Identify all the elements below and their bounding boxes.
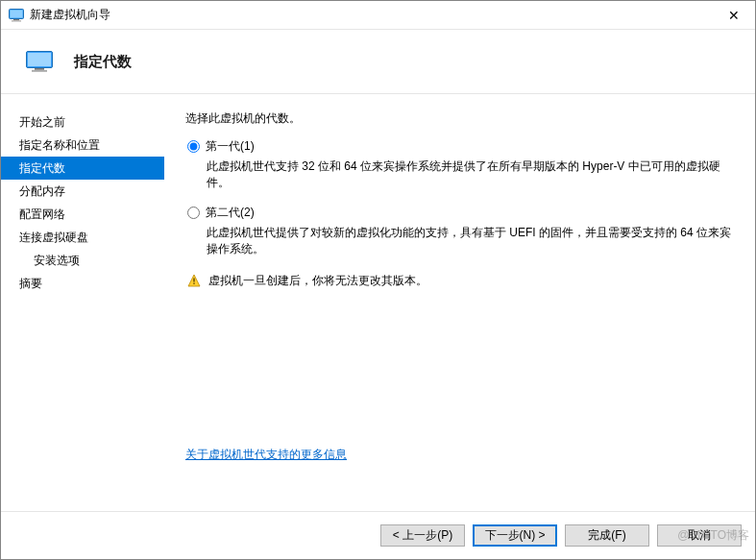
svg-rect-5 <box>28 53 51 66</box>
svg-rect-6 <box>35 68 44 70</box>
warning-icon <box>187 274 201 287</box>
finish-button[interactable]: 完成(F) <box>565 524 649 547</box>
sidebar-step-install-options[interactable]: 安装选项 <box>1 249 164 272</box>
header-icon <box>26 51 53 72</box>
svg-rect-9 <box>193 279 194 282</box>
titlebar: 新建虚拟机向导 ✕ <box>1 1 755 30</box>
next-button[interactable]: 下一步(N) > <box>473 524 557 547</box>
more-info-link[interactable]: 关于虚拟机世代支持的更多信息 <box>185 447 734 463</box>
option-gen1: 第一代(1) 此虚拟机世代支持 32 位和 64 位来宾操作系统并提供了在所有早… <box>185 138 734 201</box>
radio-gen2[interactable] <box>187 207 200 219</box>
svg-rect-10 <box>193 283 194 284</box>
sidebar-step-generation[interactable]: 指定代数 <box>1 157 164 180</box>
radio-gen1[interactable] <box>187 140 200 153</box>
sidebar-step-network[interactable]: 配置网络 <box>1 203 164 226</box>
option-gen1-row[interactable]: 第一代(1) <box>185 138 734 155</box>
instruction-text: 选择此虚拟机的代数。 <box>185 110 734 127</box>
wizard-header: 指定代数 <box>1 30 755 94</box>
close-icon: ✕ <box>728 8 740 23</box>
wizard-body: 开始之前 指定名称和位置 指定代数 分配内存 配置网络 连接虚拟硬盘 安装选项 … <box>1 94 755 511</box>
content-panel: 选择此虚拟机的代数。 第一代(1) 此虚拟机世代支持 32 位和 64 位来宾操… <box>164 94 755 511</box>
svg-rect-2 <box>13 19 19 20</box>
svg-rect-3 <box>12 20 21 21</box>
page-title: 指定代数 <box>74 53 132 71</box>
warning-row: 虚拟机一旦创建后，你将无法更改其版本。 <box>185 273 734 289</box>
option-gen1-label: 第一代(1) <box>206 138 255 155</box>
sidebar-step-before-you-begin[interactable]: 开始之前 <box>1 110 164 134</box>
back-button[interactable]: < 上一步(P) <box>380 524 465 547</box>
window-title: 新建虚拟机向导 <box>30 7 712 23</box>
wizard-window: 新建虚拟机向导 ✕ 指定代数 开始之前 指定名称和位置 指定代数 分配内存 配置… <box>0 0 756 560</box>
option-gen2-desc: 此虚拟机世代提供了对较新的虚拟化功能的支持，具有基于 UEFI 的固件，并且需要… <box>207 225 734 257</box>
cancel-button[interactable]: 取消 <box>657 524 742 547</box>
sidebar: 开始之前 指定名称和位置 指定代数 分配内存 配置网络 连接虚拟硬盘 安装选项 … <box>1 94 164 511</box>
close-button[interactable]: ✕ <box>712 1 755 30</box>
option-gen2: 第二代(2) 此虚拟机世代提供了对较新的虚拟化功能的支持，具有基于 UEFI 的… <box>185 205 734 267</box>
svg-rect-1 <box>11 10 23 17</box>
warning-text: 虚拟机一旦创建后，你将无法更改其版本。 <box>208 273 427 289</box>
sidebar-step-memory[interactable]: 分配内存 <box>1 180 164 203</box>
option-gen2-row[interactable]: 第二代(2) <box>185 205 734 221</box>
sidebar-step-summary[interactable]: 摘要 <box>1 272 164 295</box>
footer: < 上一步(P) 下一步(N) > 完成(F) 取消 <box>1 511 755 559</box>
option-gen1-desc: 此虚拟机世代支持 32 位和 64 位来宾操作系统并提供了在所有早期版本的 Hy… <box>207 158 734 191</box>
svg-rect-7 <box>32 70 47 72</box>
app-icon <box>9 9 24 22</box>
option-gen2-label: 第二代(2) <box>206 205 255 221</box>
sidebar-step-vhd[interactable]: 连接虚拟硬盘 <box>1 226 164 249</box>
sidebar-step-name-location[interactable]: 指定名称和位置 <box>1 134 164 157</box>
